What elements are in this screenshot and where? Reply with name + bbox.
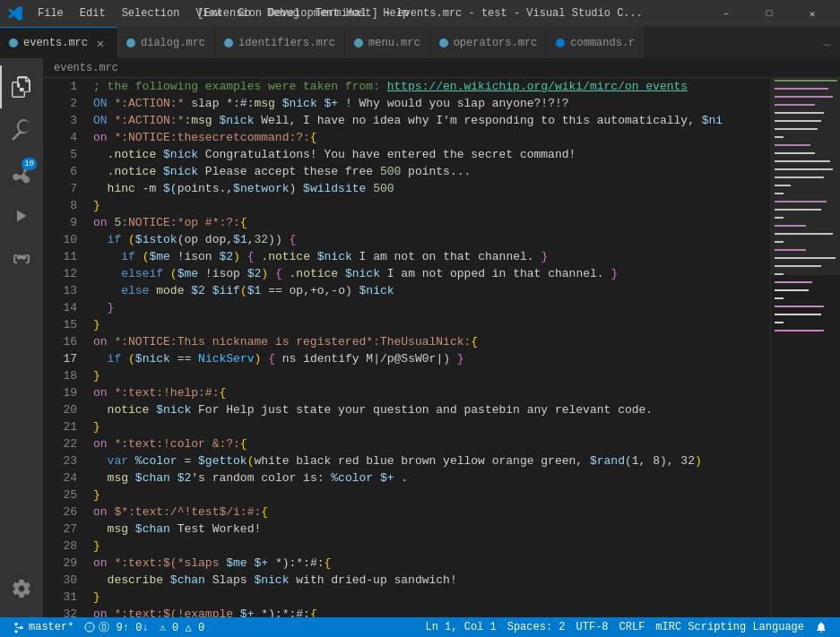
code-line-23: var %color = $gettok(white black red blu…	[93, 452, 770, 469]
minimize-button[interactable]: –	[706, 0, 747, 27]
line-num-32: 32	[43, 606, 86, 617]
status-errors[interactable]: ! ⓪ 9↑ 0↓	[81, 620, 152, 635]
status-bar-left: master* ! ⓪ 9↑ 0↓ ⚠ 0 △ 0	[9, 620, 208, 635]
code-line-20: notice $nick For Help just state your qu…	[93, 401, 770, 418]
code-line-1: ; the following examples were taken from…	[93, 78, 770, 95]
tab-events-mrc-1[interactable]: events.mrc ✕	[0, 27, 117, 58]
tab-label: dialog.mrc	[141, 37, 205, 49]
main-layout: 10 events.mrc 1 2 3 4 5 6	[0, 58, 840, 617]
status-language[interactable]: mIRC Scripting Language	[652, 621, 808, 633]
status-branch-label: master*	[29, 621, 74, 633]
line-num-25: 25	[43, 486, 86, 504]
line-num-8: 8	[43, 197, 86, 214]
line-num-9: 9	[43, 214, 86, 231]
activity-bar: 10	[0, 58, 43, 617]
line-num-24: 24	[43, 469, 86, 486]
line-num-21: 21	[43, 418, 86, 435]
line-num-27: 27	[43, 521, 86, 538]
title-bar: File Edit Selection View Go Debug Termin…	[0, 0, 840, 27]
activity-search[interactable]	[0, 108, 43, 151]
menu-file[interactable]: File	[30, 4, 71, 23]
menu-selection[interactable]: Selection	[115, 4, 187, 23]
vscode-icon	[7, 5, 23, 22]
line-numbers: 1 2 3 4 5 6 7 8 9 10 11 12 13 14 15 16 1…	[43, 78, 86, 617]
line-num-14: 14	[43, 299, 86, 316]
tab-icon	[556, 39, 565, 47]
line-num-28: 28	[43, 538, 86, 555]
tab-label: menu.mrc	[368, 37, 420, 49]
code-line-2: ON *:ACTION:* slap *:#:msg $nick $+ ! Wh…	[93, 95, 770, 112]
status-position[interactable]: Ln 1, Col 1	[422, 621, 500, 633]
code-line-3: ON *:ACTION:*:msg $nick Well, I have no …	[93, 112, 770, 129]
code-line-8: }	[93, 197, 770, 214]
line-num-29: 29	[43, 555, 86, 572]
activity-extensions[interactable]	[0, 237, 43, 280]
line-num-10: 10	[43, 231, 86, 248]
line-num-31: 31	[43, 589, 86, 606]
status-line-ending-label: CRLF	[619, 621, 645, 633]
code-line-26: on $*:text:/^!test$/i:#:{	[93, 504, 770, 521]
code-content[interactable]: ; the following examples were taken from…	[86, 78, 770, 617]
code-line-10: if ($istok(op dop,$1,32)) {	[93, 231, 770, 248]
tab-operators-mrc[interactable]: operators.mrc	[430, 27, 548, 58]
status-branch[interactable]: master*	[9, 621, 77, 633]
line-num-20: 20	[43, 401, 86, 418]
line-num-30: 30	[43, 572, 86, 589]
tab-bar: events.mrc ✕ dialog.mrc identifiers.mrc …	[0, 27, 840, 58]
code-line-29: on *:text:$(*slaps $me $+ *):*:#:{	[93, 555, 770, 572]
line-num-13: 13	[43, 282, 86, 299]
line-num-5: 5	[43, 146, 86, 163]
code-line-9: on 5:NOTICE:*op #*:?:{	[93, 214, 770, 231]
maximize-button[interactable]: □	[749, 0, 790, 27]
code-line-6: .notice $nick Please accept these free 5…	[93, 163, 770, 180]
line-num-6: 6	[43, 163, 86, 180]
status-warnings-label: ⚠ 0 △ 0	[160, 621, 204, 634]
tab-dialog-mrc[interactable]: dialog.mrc	[117, 27, 215, 58]
tab-overflow-button[interactable]: …	[815, 27, 840, 58]
line-num-19: 19	[43, 384, 86, 401]
window-title: [Extension Development Host] - events.mr…	[197, 7, 643, 20]
code-line-11: if ($me !ison $2) { .notice $nick I am n…	[93, 248, 770, 265]
tab-menu-mrc[interactable]: menu.mrc	[345, 27, 430, 58]
window-controls: – □ ✕	[706, 0, 833, 27]
tab-icon	[224, 39, 233, 47]
line-num-15: 15	[43, 316, 86, 333]
activity-bottom	[0, 567, 43, 610]
activity-run[interactable]	[0, 194, 43, 237]
line-num-3: 3	[43, 112, 86, 129]
line-num-7: 7	[43, 180, 86, 197]
line-num-22: 22	[43, 435, 86, 452]
activity-source-control[interactable]: 10	[0, 151, 43, 194]
status-encoding[interactable]: UTF-8	[573, 621, 612, 633]
tab-icon	[9, 39, 18, 47]
minimap	[770, 78, 840, 617]
tab-icon	[126, 39, 135, 47]
activity-settings[interactable]	[0, 567, 43, 610]
line-num-17: 17	[43, 350, 86, 367]
code-line-31: }	[93, 589, 770, 606]
tab-commands-mrc[interactable]: commands.r	[547, 27, 645, 58]
tab-label: commands.r	[570, 37, 635, 49]
code-editor: 1 2 3 4 5 6 7 8 9 10 11 12 13 14 15 16 1…	[43, 78, 840, 617]
code-line-18: }	[93, 367, 770, 384]
status-line-ending[interactable]: CRLF	[616, 621, 649, 633]
status-bar: master* ! ⓪ 9↑ 0↓ ⚠ 0 △ 0 Ln 1, Col 1 Sp…	[0, 617, 840, 637]
status-line-col: Ln 1, Col 1	[426, 621, 497, 633]
code-line-12: elseif ($me !isop $2) { .notice $nick I …	[93, 265, 770, 282]
status-notifications[interactable]	[811, 621, 831, 633]
minimap-viewport	[771, 78, 840, 275]
status-spaces[interactable]: Spaces: 2	[504, 621, 569, 633]
close-button[interactable]: ✕	[792, 0, 833, 27]
tab-label: identifiers.mrc	[238, 37, 335, 49]
tab-close-events-mrc-1[interactable]: ✕	[93, 36, 108, 50]
activity-explorer[interactable]	[0, 65, 43, 108]
line-num-12: 12	[43, 265, 86, 282]
line-num-26: 26	[43, 504, 86, 521]
status-warnings[interactable]: ⚠ 0 △ 0	[156, 621, 208, 634]
tab-label: operators.mrc	[454, 37, 538, 49]
tab-identifiers-mrc[interactable]: identifiers.mrc	[215, 27, 345, 58]
breadcrumb: events.mrc	[43, 58, 840, 78]
menu-edit[interactable]: Edit	[73, 4, 113, 23]
status-spaces-label: Spaces: 2	[507, 621, 566, 633]
code-line-27: msg $chan Test Worked!	[93, 521, 770, 538]
